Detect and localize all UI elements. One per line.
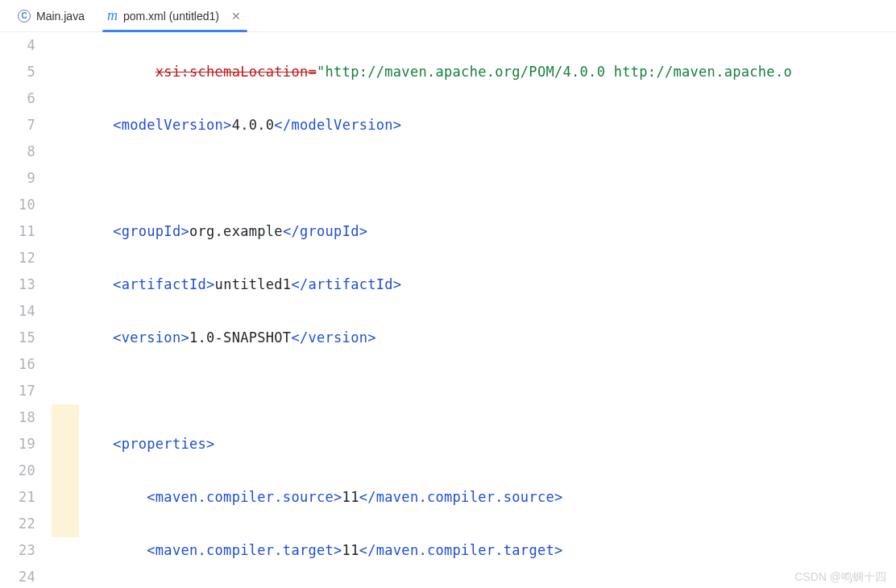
- editor-tabs: C Main.java m pom.xml (untitled1) ✕: [0, 0, 896, 32]
- code-editor[interactable]: 4 5 6 7 8 9 10 11 12 13 14 15 16 17 18 1…: [0, 32, 896, 588]
- code-line: <version>1.0-SNAPSHOT</version>: [79, 325, 896, 351]
- java-class-icon: C: [18, 10, 31, 23]
- tab-main-java[interactable]: C Main.java: [6, 0, 96, 32]
- code-content[interactable]: xsi:schemaLocation="http://maven.apache.…: [79, 32, 896, 588]
- code-line: <groupId>org.example</groupId>: [79, 218, 896, 245]
- tab-label: pom.xml (untitled1): [123, 10, 219, 23]
- code-line: <artifactId>untitled1</artifactId>: [79, 271, 896, 298]
- code-line: <properties>: [79, 431, 896, 458]
- code-line: [79, 165, 896, 192]
- code-line: <maven.compiler.source>11</maven.compile…: [79, 484, 896, 511]
- tab-label: Main.java: [36, 10, 85, 23]
- change-marker-margin: [52, 32, 79, 588]
- line-number-gutter: 4 5 6 7 8 9 10 11 12 13 14 15 16 17 18 1…: [0, 32, 52, 588]
- code-line: [79, 378, 896, 404]
- code-line: <maven.compiler.target>11</maven.compile…: [79, 537, 896, 564]
- maven-icon: m: [107, 7, 118, 24]
- code-line: xsi:schemaLocation="http://maven.apache.…: [79, 59, 896, 85]
- close-icon[interactable]: ✕: [230, 10, 243, 23]
- code-line: <modelVersion>4.0.0</modelVersion>: [79, 112, 896, 139]
- watermark: CSDN @鸣蜩十四: [794, 570, 886, 585]
- tab-pom-xml[interactable]: m pom.xml (untitled1) ✕: [96, 0, 254, 32]
